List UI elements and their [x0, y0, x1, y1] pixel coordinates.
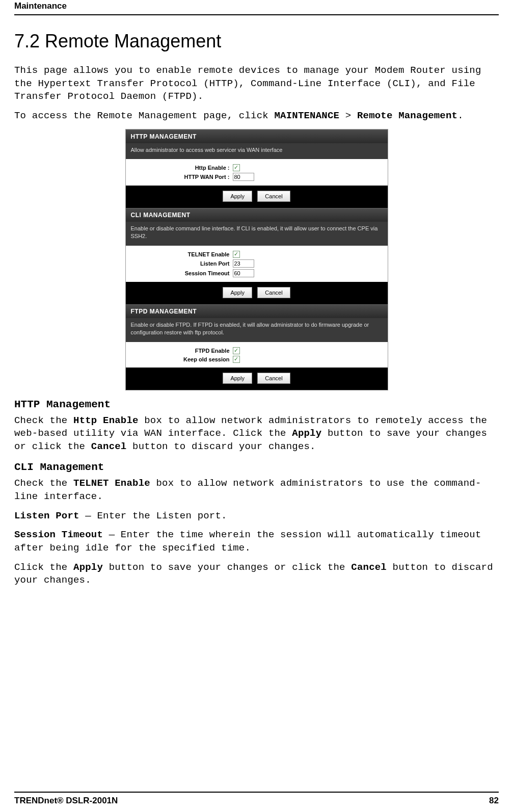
session-timeout-term: Session Timeout [14, 529, 103, 540]
ftpd-button-bar: Apply Cancel [126, 368, 388, 390]
txt: button to discard your changes. [126, 441, 315, 452]
txt: Check the [14, 415, 73, 426]
http-mgmt-heading: HTTP Management [14, 399, 499, 410]
http-enable-checkbox[interactable]: ✓ [233, 164, 240, 171]
page-title: 7.2 Remote Management [14, 31, 499, 52]
cli-mgmt-para-4: Click the Apply button to save your chan… [14, 561, 499, 587]
http-mgmt-desc: Allow administrator to access web servic… [126, 143, 388, 159]
txt: Check the [14, 478, 73, 489]
page-footer: TRENDnet® DSLR-2001N 82 [14, 792, 499, 806]
keep-old-session-label: Keep old session [131, 356, 233, 362]
http-port-input[interactable] [233, 173, 254, 181]
page-content: 7.2 Remote Management This page allows y… [14, 15, 499, 587]
cli-mgmt-header: CLI MANAGEMENT [126, 208, 388, 222]
intro2-remote-management: Remote Management [357, 110, 457, 121]
http-cancel-button[interactable]: Cancel [257, 191, 290, 202]
chapter-header: Maintenance [14, 0, 499, 14]
http-enable-term: Http Enable [73, 415, 139, 426]
telnet-enable-term: TELNET Enable [73, 478, 150, 489]
txt: Click the [14, 562, 73, 573]
intro-paragraph-1: This page allows you to enable remote de… [14, 64, 499, 103]
http-mgmt-header: HTTP MANAGEMENT [126, 129, 388, 143]
cancel-term-2: Cancel [351, 562, 387, 573]
listen-port-input[interactable] [233, 259, 254, 268]
footer-page-number: 82 [489, 796, 499, 806]
cli-form: TELNET Enable ✓ Listen Port Session Time… [126, 246, 388, 282]
http-port-label: HTTP WAN Port : [131, 174, 233, 180]
ftpd-mgmt-desc: Enable or disable FTPD. If FTPD is enabl… [126, 318, 388, 342]
intro2-sep: > [339, 110, 357, 121]
cli-apply-button[interactable]: Apply [223, 287, 252, 298]
ftpd-mgmt-header: FTPD MANAGEMENT [126, 304, 388, 318]
ftpd-cancel-button[interactable]: Cancel [257, 373, 290, 384]
intro2-pre: To access the Remote Management page, cl… [14, 110, 274, 121]
listen-port-label: Listen Port [131, 260, 233, 267]
session-timeout-label: Session Timeout [131, 270, 233, 276]
cli-mgmt-para-1: Check the TELNET Enable box to allow net… [14, 477, 499, 503]
telnet-enable-checkbox[interactable]: ✓ [233, 251, 240, 258]
telnet-enable-label: TELNET Enable [131, 251, 233, 257]
footer-rule [14, 792, 499, 793]
footer-product: TRENDnet® DSLR-2001N [14, 796, 118, 806]
http-mgmt-para: Check the Http Enable box to allow netwo… [14, 414, 499, 454]
cli-cancel-button[interactable]: Cancel [257, 287, 290, 298]
intro2-maintenance: MAINTENANCE [274, 110, 339, 121]
ftpd-apply-button[interactable]: Apply [223, 373, 252, 384]
intro2-post: . [457, 110, 464, 121]
http-enable-label: Http Enable : [131, 165, 233, 171]
session-timeout-input[interactable] [233, 269, 254, 277]
cli-mgmt-desc: Enable or disable command line interface… [126, 222, 388, 246]
ftpd-form: FTPD Enable ✓ Keep old session ✓ [126, 342, 388, 368]
intro-paragraph-2: To access the Remote Management page, cl… [14, 110, 499, 123]
txt: button to save your changes or click the [103, 562, 351, 573]
txt: — Enter the Listen port. [79, 510, 227, 521]
cancel-term: Cancel [91, 441, 127, 452]
cli-mgmt-heading: CLI Management [14, 461, 499, 473]
cli-mgmt-para-2: Listen Port — Enter the Listen port. [14, 510, 499, 523]
apply-term-2: Apply [73, 562, 103, 573]
apply-term: Apply [292, 428, 321, 439]
listen-port-term: Listen Port [14, 510, 79, 521]
keep-old-session-checkbox[interactable]: ✓ [233, 356, 240, 363]
cli-mgmt-para-3: Session Timeout — Enter the time wherein… [14, 529, 499, 555]
http-apply-button[interactable]: Apply [223, 191, 252, 202]
ftpd-enable-checkbox[interactable]: ✓ [233, 347, 240, 354]
http-button-bar: Apply Cancel [126, 186, 388, 208]
cli-button-bar: Apply Cancel [126, 282, 388, 304]
router-ui-screenshot: HTTP MANAGEMENT Allow administrator to a… [125, 129, 388, 390]
http-form: Http Enable : ✓ HTTP WAN Port : [126, 159, 388, 186]
ftpd-enable-label: FTPD Enable [131, 348, 233, 354]
